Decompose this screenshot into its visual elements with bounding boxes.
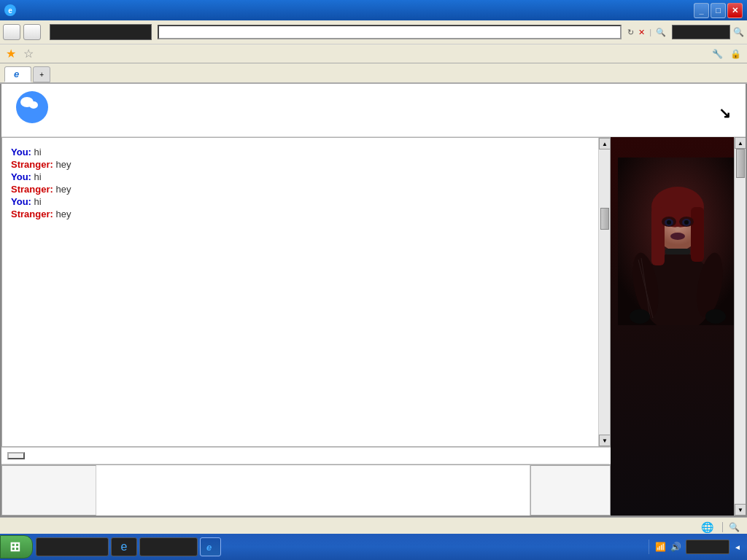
svg-point-21	[705, 309, 726, 324]
msg-text-3: hi	[34, 171, 42, 182]
msg-text-6: hey	[55, 209, 71, 219]
start-button[interactable]: ⊞	[0, 535, 33, 559]
svg-rect-15	[665, 249, 690, 254]
browser-content: ↘ You: hi	[0, 84, 747, 517]
page-scroll-thumb[interactable]	[736, 149, 745, 178]
redacted-address	[50, 24, 152, 40]
ie-icon: e	[4, 4, 16, 16]
header-right: ↘	[719, 98, 731, 122]
task-ie-icon[interactable]: e	[111, 537, 137, 556]
taskbar-tasks: e e	[33, 537, 649, 556]
compat-icon[interactable]: 🔧	[712, 49, 723, 59]
chat-log-wrapper: You: hi Stranger: hey You: hi Stran	[1, 137, 611, 447]
tab-bar: e +	[0, 63, 747, 84]
systray: 📶 🔊 ◄	[649, 540, 747, 554]
back-button[interactable]	[3, 24, 20, 40]
page-content: ↘ You: hi	[1, 84, 746, 516]
browser-toolbar: ↻ ✕ | 🔍 🔍 ★ ☆ 🔧 🔒	[0, 20, 747, 63]
page-scroll-track	[735, 149, 746, 504]
chat-main: You: hi Stranger: hey You: hi Stran	[1, 137, 611, 516]
ie-icon-taskbar: e	[112, 538, 136, 556]
search-icon[interactable]: 🔍	[656, 28, 666, 37]
page-scrollbar[interactable]: ▲ ▼	[734, 137, 746, 516]
window-controls: _ □ ✕	[694, 3, 743, 18]
omegle-header: ↘	[1, 84, 746, 137]
new-conversation-button[interactable]	[7, 452, 25, 459]
scroll-thumb[interactable]	[600, 208, 609, 230]
sender-you-1: You:	[11, 147, 31, 158]
status-internet: 🌐	[701, 521, 716, 533]
chat-message-6: Stranger: hey	[11, 209, 589, 219]
scroll-up-btn[interactable]: ▲	[599, 138, 611, 149]
close-button[interactable]: ✕	[727, 3, 743, 18]
network-icon: 📶	[655, 542, 666, 552]
fav-star-icon: ★	[6, 47, 16, 61]
taskbar: ⊞ e e 📶 🔊 ◄	[0, 534, 747, 560]
sender-you-2: You:	[11, 171, 31, 182]
zoom-icon: 🔍	[729, 522, 740, 532]
svg-point-14	[670, 233, 685, 240]
speaker-icon: 🔊	[670, 542, 681, 552]
msg-text-5: hi	[34, 196, 42, 207]
zoom-section[interactable]: 🔍	[722, 522, 741, 532]
scroll-track	[599, 149, 610, 435]
minimize-button[interactable]: _	[694, 3, 709, 18]
nav-bar: ↻ ✕ | 🔍 🔍	[0, 20, 747, 44]
message-input[interactable]	[96, 465, 530, 516]
task-redacted-1[interactable]	[36, 537, 109, 556]
chat-message-2: Stranger: hey	[11, 159, 589, 170]
new-conv-bar	[1, 447, 611, 464]
logo-icon	[16, 91, 54, 129]
task-omegle[interactable]: e	[200, 537, 221, 556]
chat-container: You: hi Stranger: hey You: hi Stran	[1, 137, 746, 516]
search-submit-icon[interactable]: 🔍	[733, 27, 744, 37]
secondary-toolbar: ★ ☆ 🔧 🔒	[0, 44, 747, 63]
chat-scrollbar[interactable]: ▲ ▼	[598, 138, 610, 446]
tab-omegle[interactable]: e	[4, 66, 31, 82]
sender-stranger-1: Stranger:	[11, 159, 53, 170]
ie-tab-icon: e	[14, 69, 19, 79]
safety-icon[interactable]: 🔒	[730, 49, 741, 59]
systray-arrow[interactable]: ◄	[734, 543, 741, 551]
toolbar-icons: ↻ ✕ | 🔍	[624, 28, 669, 37]
refresh-icon[interactable]: ↻	[627, 28, 634, 37]
task-ie-icon-2: e	[206, 542, 212, 553]
svg-point-11	[667, 220, 671, 225]
internet-icon: 🌐	[701, 521, 713, 533]
page-scroll-down[interactable]: ▼	[735, 504, 746, 516]
windows-logo: ⊞	[9, 539, 20, 555]
disconnect-button[interactable]	[1, 465, 96, 516]
task-redacted-2[interactable]	[139, 537, 198, 556]
msg-text-2: hey	[55, 159, 71, 170]
chat-input-area	[1, 464, 611, 516]
stop-icon[interactable]: ✕	[638, 28, 645, 37]
send-button[interactable]	[530, 465, 611, 516]
scroll-down-btn[interactable]: ▼	[599, 435, 611, 446]
sender-you-3: You:	[11, 196, 31, 207]
chat-message-4: Stranger: hey	[11, 184, 589, 195]
chat-message-1: You: hi	[11, 147, 589, 158]
separator: |	[649, 28, 651, 36]
wtf-section	[728, 98, 731, 104]
chat-message-5: You: hi	[11, 196, 589, 207]
search-box-redacted[interactable]	[672, 25, 730, 39]
new-tab-button[interactable]: +	[33, 66, 50, 82]
forward-button[interactable]	[23, 24, 41, 40]
svg-point-20	[630, 309, 650, 324]
sender-stranger-2: Stranger:	[11, 184, 53, 195]
svg-rect-6	[691, 207, 704, 262]
svg-rect-5	[651, 207, 665, 265]
chat-log: You: hi Stranger: hey You: hi Stran	[2, 138, 598, 446]
svg-point-13	[675, 227, 681, 231]
ad-person-image	[618, 158, 738, 325]
wtf-arrow: ↘	[719, 104, 731, 122]
address-bar[interactable]	[158, 25, 622, 39]
ad-sidebar[interactable]: ▲ ▼	[611, 137, 746, 516]
systray-redacted	[686, 540, 729, 554]
msg-text-4: hey	[55, 184, 71, 195]
maximize-button[interactable]: □	[711, 3, 726, 18]
sender-stranger-3: Stranger:	[11, 209, 53, 219]
add-fav-icon[interactable]: ☆	[23, 47, 34, 61]
page-scroll-up[interactable]: ▲	[735, 137, 746, 149]
omegle-logo	[16, 91, 58, 129]
